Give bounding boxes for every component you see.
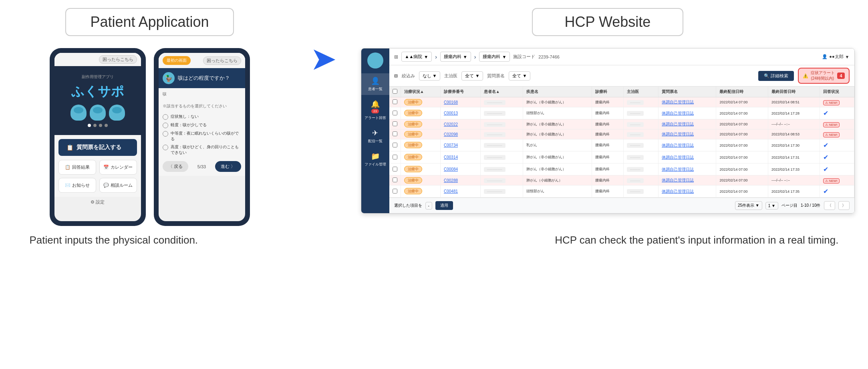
alert-badge-box: ⚠️ 症状アラート(24時間以内) 4 <box>798 68 849 84</box>
questionnaire-link[interactable]: 体調自己管理日誌 <box>662 167 694 171</box>
help-button[interactable]: 困ったらこちら <box>99 55 137 64</box>
row-id[interactable]: C00734 <box>441 139 481 151</box>
row-id[interactable]: C00314 <box>441 151 481 163</box>
option-1[interactable]: 症状無し：ない <box>163 114 241 120</box>
per-page-value: 25件表示 <box>738 203 754 208</box>
row-doctor: ──── <box>624 97 659 107</box>
questionnaire-link[interactable]: 体調自己管理日誌 <box>662 132 694 136</box>
per-page-select[interactable]: 25件表示 ▼ <box>735 201 762 210</box>
row-checkbox[interactable] <box>393 167 397 171</box>
patient-id-link[interactable]: C00314 <box>444 155 458 159</box>
option-3[interactable]: 中等度：夜に眠れないくらいの咳がでる <box>163 131 241 142</box>
row-checkbox-cell[interactable] <box>389 163 401 175</box>
row-checkbox[interactable] <box>393 143 397 147</box>
option-2[interactable]: 軽度：咳が少しでる <box>163 122 241 128</box>
calendar-label: カレンダー <box>111 164 133 170</box>
row-checkbox-cell[interactable] <box>389 97 401 107</box>
questionnaire-select[interactable]: 全て ▼ <box>509 71 530 81</box>
action-select[interactable]: - <box>425 202 432 210</box>
row-id[interactable]: C00084 <box>441 163 481 175</box>
row-id[interactable]: C00168 <box>441 97 481 107</box>
row-checkbox-cell[interactable] <box>389 151 401 163</box>
row-checkbox[interactable] <box>393 131 397 136</box>
row-questionnaire[interactable]: 体調自己管理日誌 <box>659 129 716 139</box>
row-checkbox-cell[interactable] <box>389 107 401 119</box>
hospital-select[interactable]: ▲▲病院 ▼ <box>401 52 432 62</box>
row-checkbox-cell[interactable] <box>389 119 401 129</box>
notice-btn[interactable]: ✉️ お知らせ <box>58 178 96 193</box>
filter-value-select[interactable]: なし ▼ <box>419 71 441 81</box>
back-button[interactable]: 〈 戻る <box>163 161 188 172</box>
row-questionnaire[interactable]: 体調自己管理日誌 <box>659 139 716 151</box>
patient-id-link[interactable]: C02098 <box>444 132 458 137</box>
row-checkbox-cell[interactable] <box>389 139 401 151</box>
patient-id-link[interactable]: C00734 <box>444 143 458 147</box>
questionnaire-link[interactable]: 体調自己管理日誌 <box>662 178 694 182</box>
phone2-screen: 最初の画面 困ったらこちら 🦆 咳はどの程度ですか？ 咳 ※該当するものを選択し… <box>159 53 245 221</box>
answer-result-btn[interactable]: 📋 回答結果 <box>58 160 96 175</box>
row-id[interactable]: C00288 <box>441 175 481 186</box>
prev-page-button[interactable]: 〈 <box>824 201 835 210</box>
patient-id-link[interactable]: C00084 <box>444 167 458 171</box>
row-questionnaire[interactable]: 体調自己管理日誌 <box>659 163 716 175</box>
row-checkbox[interactable] <box>393 189 397 194</box>
row-checkbox[interactable] <box>393 177 397 182</box>
row-checkbox[interactable] <box>393 155 397 159</box>
top-nav: ⊞ ▲▲病院 ▼ › 腫瘍内科 ▼ › 腫瘍内科 ▼ 施設コード <box>389 48 854 65</box>
select-all-checkbox[interactable] <box>393 89 397 94</box>
row-checkbox-cell[interactable] <box>389 175 401 186</box>
next-page-button[interactable]: 〉 <box>838 201 850 210</box>
sidebar-item-alert[interactable]: 🔔 23 アラート回答 <box>361 97 389 124</box>
row-answer-status: ✔ <box>820 186 854 198</box>
row-id[interactable]: C02022 <box>441 119 481 129</box>
questionnaire-link[interactable]: 体調自己管理日誌 <box>662 122 694 126</box>
search-button[interactable]: 🔍 詳細検索 <box>758 71 794 81</box>
row-id[interactable]: C00013 <box>441 107 481 119</box>
patient-id-link[interactable]: C00481 <box>444 189 458 194</box>
patient-id-link[interactable]: C02022 <box>444 122 458 127</box>
row-checkbox[interactable] <box>393 111 397 115</box>
option-4[interactable]: 高度：咳がひどく、身の回りのこともできない <box>163 144 241 155</box>
sidebar-item-patient-list[interactable]: 👤 患者一覧 <box>361 73 389 95</box>
row-questionnaire[interactable]: 体調自己管理日誌 <box>659 186 716 198</box>
first-screen-button[interactable]: 最初の画面 <box>163 56 191 65</box>
hcp-title: HCP Website <box>532 8 684 36</box>
questionnaire-link[interactable]: 体調自己管理日誌 <box>662 100 694 104</box>
row-id[interactable]: C02098 <box>441 129 481 139</box>
row-id[interactable]: C00481 <box>441 186 481 198</box>
apply-button[interactable]: 適用 <box>435 201 453 210</box>
row-questionnaire[interactable]: 体調自己管理日誌 <box>659 97 716 107</box>
option-3-label: 中等度：夜に眠れないくらいの咳がでる <box>171 131 241 142</box>
dept2-select[interactable]: 腫瘍内科 ▼ <box>479 52 510 62</box>
calendar-btn[interactable]: 📅 カレンダー <box>99 160 137 175</box>
questionnaire-link[interactable]: 体調自己管理日誌 <box>662 189 694 194</box>
questionnaire-link[interactable]: 体調自己管理日誌 <box>662 143 694 147</box>
patient-id-link[interactable]: C00013 <box>444 111 458 115</box>
patient-id-link[interactable]: C00288 <box>444 178 458 183</box>
sidebar-item-file[interactable]: 📁 ファイル管理 <box>361 149 389 170</box>
patient-id-link[interactable]: C00168 <box>444 100 458 105</box>
doctor-select[interactable]: 全て ▼ <box>461 71 483 81</box>
select-all-header[interactable] <box>389 87 401 97</box>
row-checkbox[interactable] <box>393 99 397 104</box>
q-help-button[interactable]: 困ったらこちら <box>203 56 241 65</box>
row-disease: 乳がん <box>523 139 592 151</box>
page-select[interactable]: 1 ▼ <box>765 202 778 210</box>
forward-button[interactable]: 進む 〉 <box>215 161 241 172</box>
row-questionnaire[interactable]: 体調自己管理日誌 <box>659 107 716 119</box>
sidebar-item-delivery[interactable]: ✈ 配信一覧 <box>361 125 389 147</box>
row-checkbox[interactable] <box>393 121 397 126</box>
row-questionnaire[interactable]: 体調自己管理日誌 <box>659 175 716 186</box>
row-questionnaire[interactable]: 体調自己管理日誌 <box>659 119 716 129</box>
row-status: 治療中 <box>401 163 441 175</box>
row-questionnaire[interactable]: 体調自己管理日誌 <box>659 151 716 163</box>
header-doctor: 主治医 <box>624 87 659 97</box>
questionnaire-link[interactable]: 体調自己管理日誌 <box>662 155 694 159</box>
settings-btn[interactable]: ⚙ 設定 <box>54 197 141 208</box>
row-checkbox-cell[interactable] <box>389 186 401 198</box>
questionnaire-link[interactable]: 体調自己管理日誌 <box>662 111 694 115</box>
dept1-select[interactable]: 腫瘍内科 ▼ <box>440 52 471 62</box>
row-checkbox-cell[interactable] <box>389 129 401 139</box>
chat-btn[interactable]: 💬 相談ルーム <box>99 178 137 193</box>
main-action-button[interactable]: 📋 質問票を記入する <box>58 139 137 156</box>
